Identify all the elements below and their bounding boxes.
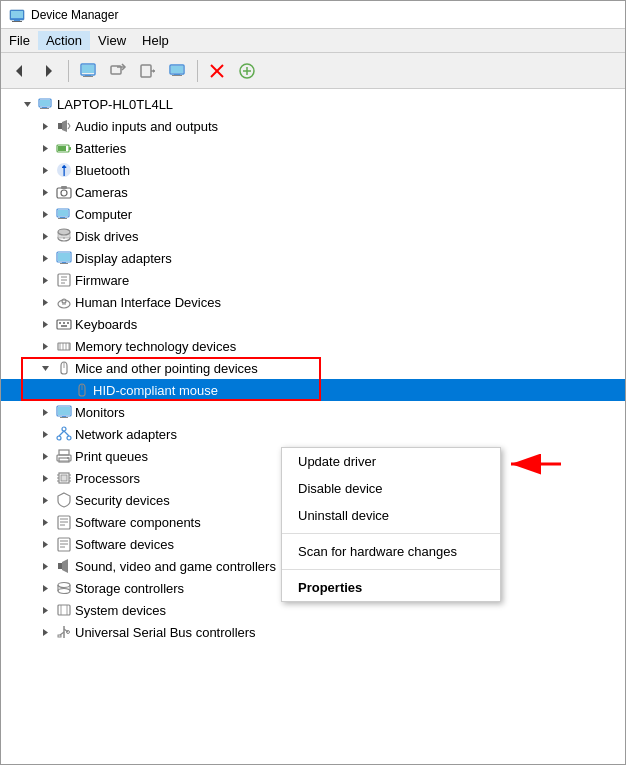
tree-item-hid[interactable]: Human Interface Devices — [1, 291, 625, 313]
menu-view[interactable]: View — [90, 31, 134, 50]
tree-item-memory[interactable]: Memory technology devices — [1, 335, 625, 357]
expander-disk[interactable] — [37, 228, 53, 244]
expander-cameras[interactable] — [37, 184, 53, 200]
expander-batteries[interactable] — [37, 140, 53, 156]
svg-line-32 — [68, 126, 70, 129]
label-disk: Disk drives — [75, 229, 139, 244]
toolbar-sep-2 — [197, 60, 198, 82]
menu-action[interactable]: Action — [38, 31, 90, 50]
expander-network[interactable] — [37, 426, 53, 442]
tree-item-monitors[interactable]: Monitors — [1, 401, 625, 423]
svg-rect-136 — [58, 635, 61, 637]
expander-storage[interactable] — [37, 580, 53, 596]
expander-monitors[interactable] — [37, 404, 53, 420]
tree-item-bluetooth[interactable]: ⭡Bluetooth — [1, 159, 625, 181]
tree-item-firmware[interactable]: Firmware — [1, 269, 625, 291]
svg-marker-83 — [43, 409, 48, 416]
install-button[interactable] — [233, 57, 261, 85]
label-keyboards: Keyboards — [75, 317, 137, 332]
forward-button[interactable] — [35, 57, 63, 85]
expander-softdev[interactable] — [37, 536, 53, 552]
svg-rect-1 — [11, 11, 23, 18]
expander-usb[interactable] — [37, 624, 53, 640]
expander-firmware[interactable] — [37, 272, 53, 288]
expander-root[interactable] — [19, 96, 35, 112]
svg-rect-120 — [58, 563, 62, 569]
label-root: LAPTOP-HL0TL4LL — [57, 97, 173, 112]
expander-mice[interactable] — [37, 360, 53, 376]
context-menu-properties[interactable]: Properties — [282, 574, 500, 601]
svg-rect-56 — [58, 253, 70, 261]
display-properties-toolbar-button[interactable] — [164, 57, 192, 85]
tree-item-hid-mouse[interactable]: HID-compliant mouse — [1, 379, 625, 401]
tree-item-usb[interactable]: Universal Serial Bus controllers — [1, 621, 625, 643]
tree-item-audio[interactable]: Audio inputs and outputs — [1, 115, 625, 137]
svg-rect-48 — [58, 218, 67, 219]
svg-marker-131 — [43, 629, 48, 636]
expander-bluetooth[interactable] — [37, 162, 53, 178]
context-menu-scan-hardware[interactable]: Scan for hardware changes — [282, 538, 500, 565]
icon-usb — [56, 624, 72, 640]
svg-rect-12 — [141, 65, 151, 77]
label-mice: Mice and other pointing devices — [75, 361, 258, 376]
expander-computer[interactable] — [37, 206, 53, 222]
tree-item-system[interactable]: System devices — [1, 599, 625, 621]
svg-point-98 — [67, 457, 69, 459]
svg-rect-43 — [61, 186, 67, 189]
icon-root — [38, 96, 54, 112]
label-cameras: Cameras — [75, 185, 128, 200]
tree-item-disk[interactable]: Disk drives — [1, 225, 625, 247]
icon-monitors — [56, 404, 72, 420]
scan-hardware-toolbar-button[interactable] — [134, 57, 162, 85]
svg-marker-80 — [42, 366, 49, 371]
expander-display[interactable] — [37, 250, 53, 266]
context-menu-disable-device[interactable]: Disable device — [282, 475, 500, 502]
svg-rect-85 — [58, 407, 70, 415]
icon-firmware — [56, 272, 72, 288]
menu-help[interactable]: Help — [134, 31, 177, 50]
tree-item-batteries[interactable]: Batteries — [1, 137, 625, 159]
tree-item-mice[interactable]: Mice and other pointing devices — [1, 357, 625, 379]
svg-rect-27 — [40, 108, 49, 109]
tree-item-root[interactable]: LAPTOP-HL0TL4LL — [1, 93, 625, 115]
svg-marker-94 — [43, 453, 48, 460]
expander-processors[interactable] — [37, 470, 53, 486]
tree-item-keyboards[interactable]: Keyboards — [1, 313, 625, 335]
back-button[interactable] — [5, 57, 33, 85]
expander-security[interactable] — [37, 492, 53, 508]
svg-marker-28 — [43, 123, 48, 130]
label-hid-mouse: HID-compliant mouse — [93, 383, 218, 398]
svg-rect-73 — [61, 325, 67, 327]
context-menu-uninstall-device[interactable]: Uninstall device — [282, 502, 500, 529]
expander-hid-mouse[interactable] — [55, 382, 71, 398]
toolbar-sep-1 — [68, 60, 69, 82]
svg-marker-44 — [43, 211, 48, 218]
icon-sound — [56, 558, 72, 574]
expander-print[interactable] — [37, 448, 53, 464]
expander-audio[interactable] — [37, 118, 53, 134]
tree-item-network[interactable]: Network adapters — [1, 423, 625, 445]
context-menu-sep-1 — [282, 533, 500, 534]
update-driver-toolbar-button[interactable] — [104, 57, 132, 85]
expander-softcomp[interactable] — [37, 514, 53, 530]
expander-memory[interactable] — [37, 338, 53, 354]
svg-rect-46 — [58, 210, 68, 216]
content-area: LAPTOP-HL0TL4LLAudio inputs and outputsB… — [1, 89, 625, 764]
expander-keyboards[interactable] — [37, 316, 53, 332]
remove-button[interactable] — [203, 57, 231, 85]
icon-batteries — [56, 140, 72, 156]
svg-rect-87 — [60, 417, 68, 418]
tree-item-display[interactable]: Display adapters — [1, 247, 625, 269]
window-icon — [9, 7, 25, 23]
context-menu-update-driver[interactable]: Update driver — [282, 448, 500, 475]
svg-rect-15 — [171, 66, 183, 73]
computer-properties-button[interactable] — [74, 57, 102, 85]
expander-sound[interactable] — [37, 558, 53, 574]
expander-system[interactable] — [37, 602, 53, 618]
label-softcomp: Software components — [75, 515, 201, 530]
menu-file[interactable]: File — [1, 31, 38, 50]
expander-hid[interactable] — [37, 294, 53, 310]
icon-computer — [56, 206, 72, 222]
tree-item-cameras[interactable]: Cameras — [1, 181, 625, 203]
tree-item-computer[interactable]: Computer — [1, 203, 625, 225]
